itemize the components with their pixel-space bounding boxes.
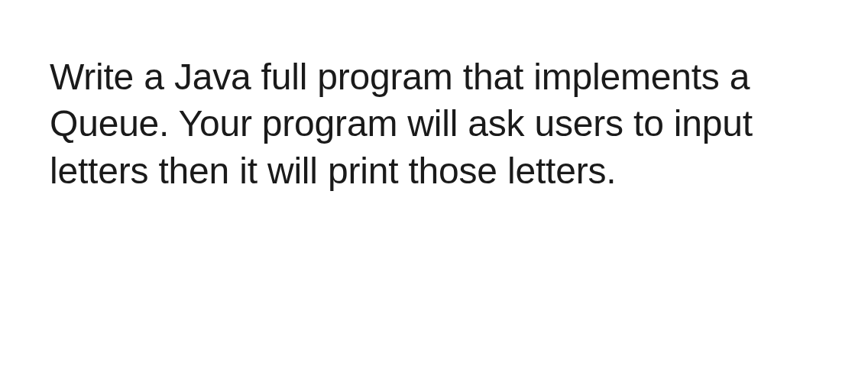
document-content: Write a Java full program that implement…	[50, 53, 837, 194]
paragraph-text: Write a Java full program that implement…	[50, 53, 837, 194]
